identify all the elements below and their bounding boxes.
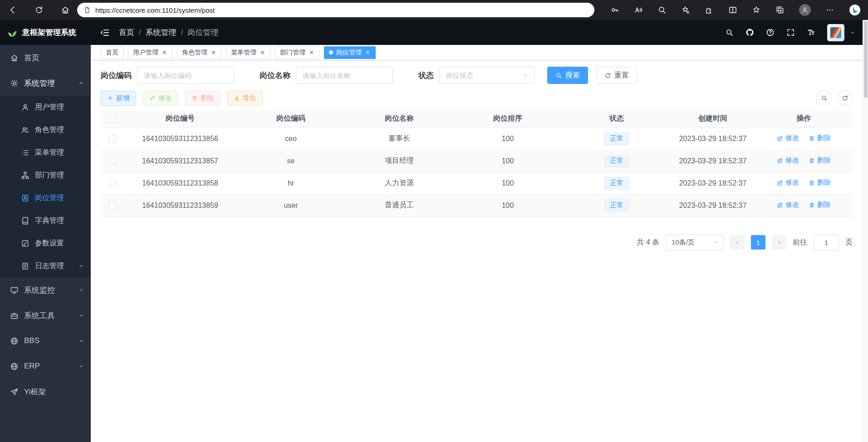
row-checkbox[interactable] bbox=[109, 157, 116, 165]
system-mgmt-submenu: 用户管理 角色管理 菜单管理 部门管理 岗位管理 bbox=[0, 96, 91, 277]
close-icon[interactable] bbox=[260, 49, 265, 55]
row-edit-button[interactable]: 修改 bbox=[777, 201, 799, 209]
export-button[interactable]: 导出 bbox=[227, 91, 263, 106]
tab-user-mgmt[interactable]: 用户管理 bbox=[128, 46, 172, 59]
address-bar[interactable]: https://ccnetcore.com:1101/system/post bbox=[77, 3, 594, 17]
tab-menu-mgmt[interactable]: 菜单管理 bbox=[226, 46, 270, 59]
page-number-button[interactable]: 1 bbox=[751, 235, 765, 250]
close-icon[interactable] bbox=[211, 49, 216, 55]
sidebar-item-dict-mgmt[interactable]: 字典管理 bbox=[0, 209, 91, 232]
add-button[interactable]: 新增 bbox=[101, 91, 136, 106]
row-edit-button[interactable]: 修改 bbox=[777, 178, 799, 187]
browser-profile-avatar[interactable] bbox=[799, 4, 811, 16]
search-button[interactable]: 搜索 bbox=[547, 67, 588, 84]
tab-role-mgmt[interactable]: 角色管理 bbox=[177, 46, 221, 59]
row-checkbox[interactable] bbox=[109, 135, 116, 142]
zoom-icon[interactable] bbox=[657, 5, 667, 15]
close-icon[interactable] bbox=[365, 49, 371, 55]
post-code-input[interactable] bbox=[137, 67, 234, 84]
sidebar-item-bbs[interactable]: BBS bbox=[0, 328, 91, 354]
sidebar-item-role-mgmt[interactable]: 角色管理 bbox=[0, 118, 91, 141]
sidebar-item-system-mgmt[interactable]: 系统管理 bbox=[0, 70, 91, 96]
close-icon[interactable] bbox=[309, 49, 314, 55]
table-row[interactable]: 1641030593112313859 user 普通员工 100 正常 202… bbox=[101, 194, 853, 216]
table-row[interactable]: 1641030593112313856 ceo 董事长 100 正常 2023-… bbox=[101, 128, 853, 150]
scrollbar-thumb[interactable] bbox=[864, 21, 868, 98]
next-page-button[interactable] bbox=[772, 235, 786, 250]
extensions-icon[interactable] bbox=[705, 5, 714, 15]
status-select[interactable]: 岗位状态 bbox=[439, 67, 535, 84]
goto-page-input[interactable] bbox=[814, 235, 839, 250]
cell-post-id: 1641030593112313856 bbox=[124, 128, 236, 150]
font-size-icon[interactable] bbox=[807, 28, 815, 37]
help-question-icon[interactable] bbox=[766, 28, 775, 37]
edit-button[interactable]: 修改 bbox=[143, 91, 178, 106]
row-edit-button[interactable]: 修改 bbox=[777, 156, 799, 165]
reset-button[interactable]: 重置 bbox=[596, 67, 637, 84]
tab-dept-mgmt[interactable]: 部门管理 bbox=[275, 46, 319, 59]
bing-copilot-icon[interactable] bbox=[849, 4, 861, 16]
sidebar-item-user-mgmt[interactable]: 用户管理 bbox=[0, 96, 91, 118]
tab-home[interactable]: 首页 bbox=[101, 46, 123, 59]
page-size-select[interactable]: 10条/页 bbox=[666, 235, 724, 250]
add-favorite-icon[interactable] bbox=[681, 5, 690, 15]
sidebar-item-erp[interactable]: ERP bbox=[0, 354, 91, 379]
menu-label: 角色管理 bbox=[35, 125, 64, 135]
gear-icon bbox=[10, 79, 19, 88]
chevron-down-icon bbox=[522, 72, 529, 79]
post-name-input[interactable] bbox=[296, 67, 393, 84]
row-delete-button[interactable]: 删除 bbox=[809, 156, 831, 165]
sidebar-collapse-icon[interactable] bbox=[100, 28, 110, 38]
saved-password-key-icon[interactable] bbox=[610, 5, 619, 15]
sidebar-item-yi-framework[interactable]: Yi框架 bbox=[0, 379, 91, 404]
filter-form: 岗位编码 岗位名称 状态 岗位状态 搜索 重置 bbox=[101, 67, 853, 84]
avatar-caret-down-icon[interactable] bbox=[850, 30, 855, 35]
read-aloud-icon[interactable] bbox=[634, 5, 643, 15]
row-edit-button[interactable]: 修改 bbox=[777, 134, 799, 142]
delete-button[interactable]: 删除 bbox=[185, 91, 221, 106]
table-row[interactable]: 1641030593112313857 se 项目经理 100 正常 2023-… bbox=[101, 150, 853, 172]
fullscreen-icon[interactable] bbox=[786, 28, 795, 37]
row-delete-button[interactable]: 删除 bbox=[809, 201, 831, 209]
table-toolbar: 新增 修改 删除 导出 bbox=[101, 90, 853, 106]
browser-refresh-icon[interactable] bbox=[34, 5, 44, 15]
sidebar-item-post-mgmt[interactable]: 岗位管理 bbox=[0, 187, 91, 209]
table-row[interactable]: 1641030593112313858 hr 人力资源 100 正常 2023-… bbox=[101, 172, 853, 194]
cell-created-time: 2023-03-29 18:52:37 bbox=[671, 194, 755, 216]
page-size-value: 10条/页 bbox=[672, 238, 695, 247]
sidebar-item-log-mgmt[interactable]: 日志管理 bbox=[0, 255, 91, 277]
row-checkbox[interactable] bbox=[109, 202, 116, 209]
collections-icon[interactable] bbox=[775, 5, 785, 15]
page-scrollbar[interactable] bbox=[863, 20, 868, 442]
trash-icon bbox=[809, 135, 815, 142]
row-delete-button[interactable]: 删除 bbox=[809, 178, 831, 187]
more-options-icon[interactable] bbox=[825, 5, 834, 15]
browser-home-icon[interactable] bbox=[61, 5, 70, 15]
github-icon[interactable] bbox=[745, 28, 754, 37]
sidebar-item-menu-mgmt[interactable]: 菜单管理 bbox=[0, 141, 91, 164]
sidebar-item-system-monitor[interactable]: 系统监控 bbox=[0, 277, 91, 303]
row-delete-button[interactable]: 删除 bbox=[809, 134, 831, 142]
toggle-search-button[interactable] bbox=[816, 90, 832, 106]
row-checkbox[interactable] bbox=[109, 180, 116, 187]
close-icon[interactable] bbox=[162, 49, 167, 55]
tab-post-mgmt[interactable]: 岗位管理 bbox=[324, 46, 376, 59]
sidebar-item-system-tools[interactable]: 系统工具 bbox=[0, 303, 91, 328]
sidebar-item-param-settings[interactable]: 参数设置 bbox=[0, 232, 91, 255]
favorites-icon[interactable] bbox=[752, 5, 761, 15]
cell-created-time: 2023-03-29 18:52:37 bbox=[671, 172, 755, 194]
breadcrumb-item[interactable]: 首页 bbox=[119, 27, 134, 38]
split-screen-icon[interactable] bbox=[728, 5, 737, 15]
url-text[interactable]: https://ccnetcore.com:1101/system/post bbox=[95, 6, 215, 14]
select-all-checkbox[interactable] bbox=[109, 116, 116, 123]
site-info-icon[interactable] bbox=[83, 6, 91, 14]
refresh-table-button[interactable] bbox=[837, 90, 853, 106]
sidebar-item-dept-mgmt[interactable]: 部门管理 bbox=[0, 164, 91, 187]
user-avatar[interactable] bbox=[827, 24, 844, 41]
prev-page-button[interactable] bbox=[730, 235, 745, 250]
sidebar-item-home[interactable]: 首页 bbox=[0, 45, 91, 70]
search-icon[interactable] bbox=[725, 28, 734, 37]
browser-back-icon[interactable] bbox=[8, 5, 17, 15]
breadcrumb-item[interactable]: 系统管理 bbox=[146, 27, 177, 38]
app-logo[interactable]: 意框架管理系统 bbox=[0, 20, 91, 45]
